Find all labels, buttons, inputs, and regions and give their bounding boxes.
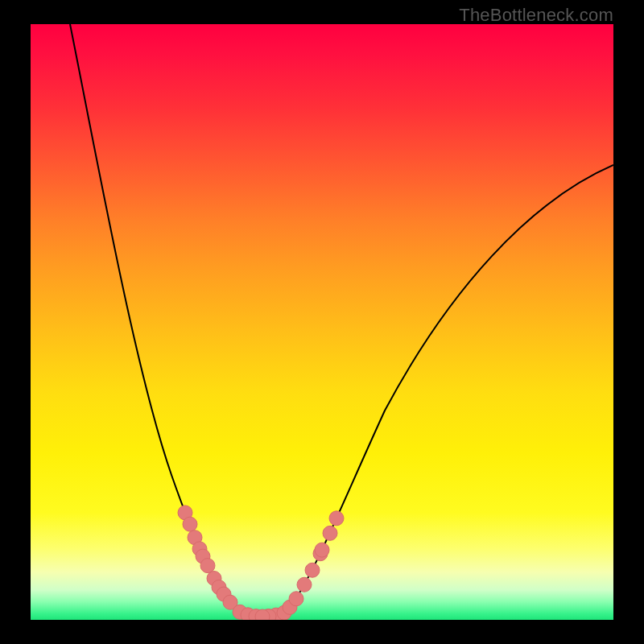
data-marker (255, 609, 270, 620)
data-marker (315, 543, 329, 557)
data-marker (323, 526, 337, 540)
data-marker (200, 559, 215, 573)
bottleneck-chart-svg (31, 24, 613, 620)
data-marker (329, 511, 344, 526)
bottleneck-curve (70, 24, 613, 617)
data-marker (183, 517, 197, 531)
data-marker (289, 592, 303, 606)
chart-frame: TheBottleneck.com (0, 0, 644, 644)
data-marker (297, 577, 312, 592)
plot-area (31, 24, 613, 620)
data-markers (178, 506, 344, 620)
watermark-label: TheBottleneck.com (459, 5, 613, 26)
data-marker (305, 563, 320, 577)
